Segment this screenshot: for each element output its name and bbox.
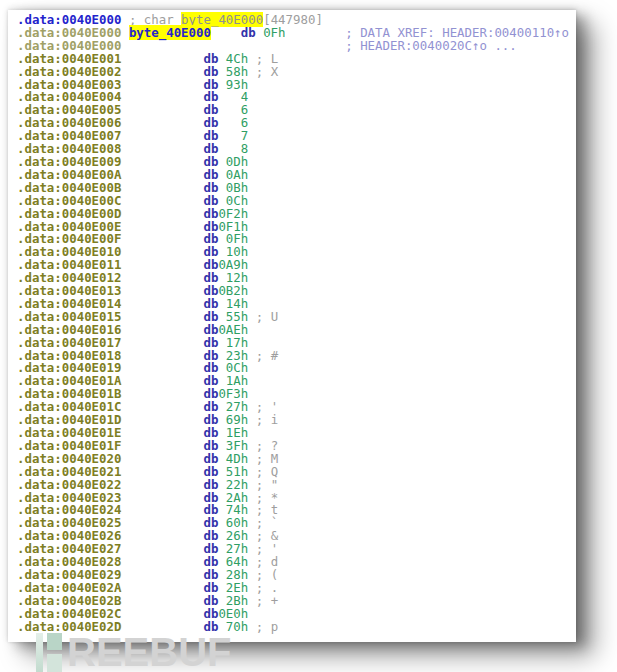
char-comment: ; # (248, 348, 278, 363)
disassembly-page: .data:0040E000; char byte_40E000[447980]… (8, 10, 576, 642)
spacer (121, 475, 203, 476)
spacer (121, 152, 203, 153)
spacer (121, 307, 203, 308)
spacer (121, 100, 203, 101)
spacer (121, 217, 203, 218)
char-comment: ; U (248, 309, 278, 324)
spacer (121, 178, 203, 179)
spacer (121, 346, 203, 347)
spacer (121, 513, 203, 514)
db-keyword: db (241, 25, 256, 40)
spacer (121, 604, 203, 605)
spacer (121, 204, 203, 205)
spacer (121, 139, 203, 140)
spacer (121, 552, 203, 553)
spacer (121, 501, 203, 502)
spacer (121, 539, 203, 540)
xref-comment[interactable]: ; HEADER:0040020C↑o ... (345, 38, 517, 53)
spacer (121, 591, 203, 592)
byte-value: 0Fh (263, 25, 285, 40)
char-comment: ; p (248, 619, 278, 634)
spacer (121, 36, 128, 37)
spacer (121, 23, 128, 24)
spacer (121, 371, 203, 372)
spacer (121, 268, 203, 269)
spacer (121, 436, 203, 437)
spacer (121, 191, 203, 192)
spacer (121, 578, 203, 579)
spacer (121, 410, 203, 411)
spacer (121, 230, 203, 231)
spacer (121, 617, 203, 618)
spacer (121, 242, 203, 243)
spacer (121, 88, 203, 89)
spacer (211, 36, 241, 37)
spacer (121, 75, 203, 76)
spacer (121, 565, 203, 566)
char-comment: ; i (248, 412, 278, 427)
spacer (286, 36, 346, 37)
highlighted-identifier[interactable]: byte_40E000 (129, 25, 211, 40)
listing-rows: .data:0040E001db 4Ch ; L.data:0040E002db… (17, 53, 576, 634)
spacer (121, 359, 203, 360)
freebuf-watermark: REEBUF (36, 631, 231, 672)
disassembly-listing: .data:0040E000; char byte_40E000[447980]… (17, 14, 576, 634)
spacer (121, 488, 203, 489)
spacer (121, 294, 203, 295)
spacer (121, 255, 203, 256)
freebuf-logo-icon (36, 631, 64, 672)
spacer (121, 526, 203, 527)
spacer (121, 462, 203, 463)
watermark-text: REEBUF (67, 631, 231, 672)
char-comment: ; X (248, 64, 278, 79)
spacer (121, 449, 203, 450)
spacer (121, 320, 203, 321)
spacer (121, 113, 203, 114)
spacer (121, 165, 203, 166)
logo-bar (36, 633, 43, 672)
char-comment: ; + (248, 593, 278, 608)
spacer (121, 423, 203, 424)
spacer (121, 333, 203, 334)
logo-bar (47, 633, 62, 650)
logo-bar (47, 654, 62, 672)
spacer (121, 384, 203, 385)
spacer (121, 397, 203, 398)
spacer (121, 62, 203, 63)
spacer (121, 126, 203, 127)
spacer (121, 281, 203, 282)
spacer (121, 49, 345, 50)
